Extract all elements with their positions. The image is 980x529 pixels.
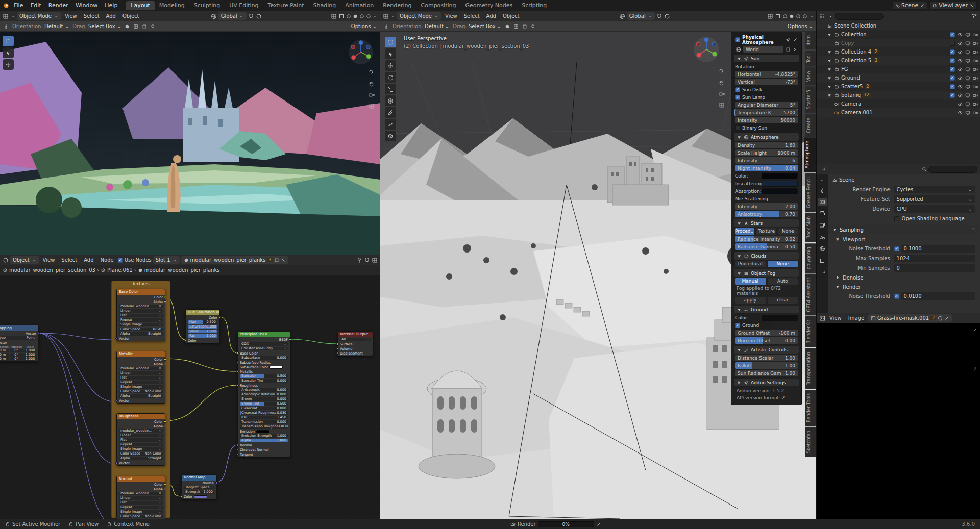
tool-cursor[interactable] — [385, 48, 396, 59]
overlays-icon[interactable] — [767, 13, 773, 19]
node-row-cols3[interactable]: Location0 m0 m0 mRotation0°0°0°Scale1.00… — [0, 345, 38, 361]
node-select[interactable]: Single Image⌄ — [119, 510, 163, 514]
preset-icon[interactable] — [786, 37, 791, 42]
close-icon[interactable] — [969, 3, 974, 8]
input-socket[interactable] — [184, 339, 187, 342]
property-value-field[interactable]: 0.0100 — [901, 292, 975, 300]
vector-value[interactable]: 1.000 — [23, 357, 37, 361]
properties-tab-world[interactable] — [818, 245, 827, 253]
orientation-globe-icon[interactable] — [619, 13, 625, 19]
node-row-color-space[interactable]: Color SpacesRGB — [117, 327, 165, 332]
menu-object[interactable]: Object — [500, 13, 522, 19]
vector-value[interactable]: 0 m — [0, 357, 9, 361]
node-row-single-image[interactable]: Single Image⌄ — [117, 385, 165, 389]
shading-material-icon[interactable] — [359, 14, 364, 19]
disable-render-icon[interactable] — [973, 110, 978, 115]
close-icon[interactable] — [920, 3, 925, 8]
field-scale-height[interactable]: Scale Height8000 m — [735, 149, 798, 156]
node-value-field[interactable]: Specular Tint0.000 — [240, 379, 288, 383]
snap-magnet-icon[interactable] — [248, 13, 254, 19]
new-icon[interactable] — [786, 47, 791, 52]
input-socket[interactable] — [180, 495, 183, 498]
property-value-field[interactable]: 1024 — [894, 255, 975, 262]
output-socket[interactable] — [164, 420, 166, 423]
node-image-texture-metallic[interactable]: MetallicColorAlphamodular_wooden...✕Line… — [116, 351, 165, 404]
outliner-row-fg[interactable]: FG✓ — [817, 65, 980, 73]
workspace-tab-scripting[interactable]: Scripting — [517, 1, 551, 10]
scene-selector[interactable]: Scene — [892, 2, 928, 10]
outliner-editor-icon[interactable] — [819, 13, 825, 19]
workspace-tab-rendering[interactable]: Rendering — [378, 1, 416, 10]
field-density[interactable]: Density1.60 — [735, 142, 798, 148]
node-select[interactable]: Repeat⌄ — [119, 443, 163, 446]
input-socket[interactable] — [236, 448, 239, 451]
input-socket[interactable] — [336, 343, 339, 345]
node-select[interactable]: Linear⌄ — [119, 309, 163, 313]
properties-tab-images[interactable] — [818, 221, 827, 230]
input-socket[interactable] — [115, 462, 118, 464]
input-socket[interactable] — [236, 444, 239, 446]
npanel-row-stars[interactable]: Stars — [734, 219, 799, 227]
output-socket[interactable] — [218, 316, 221, 319]
node-row-linear[interactable]: Linear⌄ — [117, 496, 165, 500]
tool-cube[interactable] — [385, 131, 396, 141]
sidebar-tab-render-tools[interactable]: Render Tools — [805, 390, 817, 426]
subsection-render[interactable]: Render — [835, 283, 979, 291]
node-row-linear[interactable]: Linear⌄ — [117, 433, 165, 438]
menu-help[interactable]: Help — [101, 2, 121, 9]
snap-magnet-icon[interactable] — [364, 257, 370, 263]
sidebar-tab-view[interactable]: View — [805, 67, 817, 85]
button-texture[interactable]: Texture — [756, 228, 776, 235]
node-row-specular-tint[interactable]: Specular Tint0.000 — [238, 379, 290, 383]
node-select[interactable]: Single Image⌄ — [119, 447, 163, 451]
search-icon[interactable] — [151, 24, 156, 29]
perspective-grid-icon[interactable] — [369, 103, 375, 109]
menu-image[interactable]: Image — [846, 315, 867, 321]
image-name-field[interactable]: modular_wooden...✕ — [119, 429, 163, 433]
node-row-transmission[interactable]: Transmission0.000 — [238, 420, 290, 424]
property-value-field[interactable]: Supported⌄ — [894, 195, 975, 203]
node-value-field[interactable]: AlphaStraight — [119, 394, 163, 398]
node-row-flat[interactable]: Flat⌄ — [117, 500, 165, 505]
image-users-count[interactable]: 2 — [930, 316, 936, 320]
checkbox-sun-lamp[interactable]: ✓ — [735, 95, 740, 100]
sidebar-tab-blenderkit[interactable]: BlenderKit — [805, 316, 817, 347]
node-value-field[interactable]: IOR1.450 — [240, 416, 288, 419]
workspace-tab-compositing[interactable]: Compositing — [416, 1, 461, 10]
npanel-row-object-fog[interactable]: Object Fog — [734, 269, 799, 277]
editor-type-icon[interactable] — [383, 13, 389, 19]
tool-transform[interactable] — [385, 95, 396, 106]
node-row-alpha[interactable]: AlphaStraight — [117, 456, 165, 461]
sidebar-tab-scatter5[interactable]: Scatter5 — [805, 86, 817, 113]
button-manual[interactable]: Manual — [735, 278, 766, 285]
pan-hand-icon[interactable] — [719, 80, 725, 86]
zoom-icon[interactable] — [719, 68, 725, 74]
field-angular-diameter[interactable]: Angular Diameter5° — [735, 102, 798, 108]
sidebar-tab-polygoniq[interactable]: polygoniq — [805, 243, 817, 273]
node-row-specular[interactable]: Specular0.500 — [238, 374, 290, 379]
node-select[interactable]: All⌄ — [340, 338, 371, 341]
sidebar-tab-create[interactable]: Create — [805, 114, 817, 137]
subsection-viewport[interactable]: Viewport — [835, 235, 979, 243]
button-auto[interactable]: Auto — [768, 278, 798, 285]
node-select[interactable]: Linear⌄ — [119, 371, 163, 375]
noise-threshold-checkbox[interactable]: ✓ — [894, 294, 899, 299]
hide-eye-icon[interactable] — [958, 41, 963, 46]
hide-eye-icon[interactable] — [958, 93, 963, 98]
outliner-row-copy[interactable]: Copy — [817, 39, 980, 47]
menu-node[interactable]: Node — [98, 257, 116, 263]
disable-viewport-icon[interactable] — [965, 102, 970, 107]
node-select[interactable]: Flat⌄ — [119, 376, 163, 380]
hide-eye-icon[interactable] — [958, 49, 963, 55]
tool-move[interactable] — [3, 59, 14, 70]
tool-selectbox[interactable] — [3, 36, 14, 46]
node-row-single-image[interactable]: Single Image⌄ — [117, 510, 165, 514]
workspace-tab-uv-editing[interactable]: UV Editing — [225, 1, 263, 10]
zoom-icon[interactable] — [369, 69, 375, 75]
mode-selector[interactable]: Object Mode — [17, 12, 61, 20]
viewport-a-gizmo[interactable] — [348, 39, 374, 67]
vector-value[interactable]: 0 m — [0, 349, 9, 352]
proportional-editing-icon[interactable] — [664, 13, 670, 19]
gizmo-sphere-icon[interactable] — [125, 24, 130, 29]
field-radiance-intensity[interactable]: Radiance Intensity0.02 — [735, 236, 798, 242]
